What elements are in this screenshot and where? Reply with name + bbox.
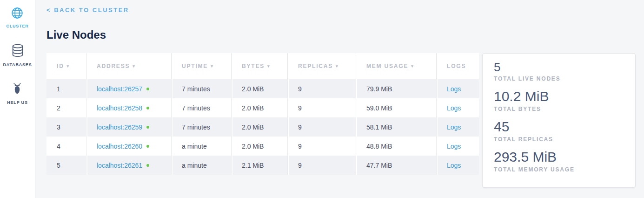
cluster-summary-card: 5 TOTAL LIVE NODES 10.2 MiB TOTAL BYTES … — [482, 53, 636, 188]
sort-arrow-icon: ▾ — [267, 64, 270, 68]
node-id-cell: 4 — [46, 137, 86, 156]
node-live-status-dot — [146, 164, 149, 167]
node-id-cell: 3 — [46, 117, 86, 137]
stat-total-memory-usage: 293.5 MiB TOTAL MEMORY USAGE — [494, 149, 624, 173]
node-address-cell: localhost:26258 — [86, 98, 171, 117]
databases-icon — [11, 44, 24, 60]
table-row: 3 localhost:26259 7 minutes 2.0 MiB 9 58… — [46, 117, 479, 137]
node-id-cell: 5 — [46, 156, 86, 175]
content-row: ID▾ ADDRESS▾ UPTIME▾ BYTES▾ REPLICAS▾ ME… — [46, 53, 636, 188]
node-replicas-cell: 9 — [287, 137, 356, 156]
column-header-logs: LOGS — [436, 53, 479, 79]
globe-icon — [11, 7, 23, 21]
node-uptime-cell: 7 minutes — [171, 79, 231, 98]
node-address-cell: localhost:26257 — [86, 79, 171, 98]
stat-label: TOTAL LIVE NODES — [494, 75, 624, 82]
stat-label: TOTAL REPLICAS — [494, 136, 624, 143]
stat-total-replicas: 45 TOTAL REPLICAS — [494, 118, 624, 143]
sidebar-item-help-us[interactable]: HELP US — [7, 82, 27, 105]
node-live-status-dot — [146, 126, 149, 129]
node-bytes-cell: 2.0 MiB — [231, 117, 287, 137]
node-bytes-cell: 2.0 MiB — [231, 79, 287, 98]
node-address-link[interactable]: localhost:26261 — [97, 162, 142, 169]
back-to-cluster-link[interactable]: < BACK TO CLUSTER — [46, 7, 129, 14]
node-id-cell: 1 — [46, 79, 86, 98]
node-logs-cell: Logs — [436, 137, 479, 156]
logs-link[interactable]: Logs — [447, 85, 461, 93]
stat-label: TOTAL BYTES — [494, 106, 624, 112]
node-logs-cell: Logs — [436, 156, 479, 175]
column-header-id[interactable]: ID▾ — [46, 53, 86, 79]
sort-arrow-icon: ▾ — [67, 64, 70, 68]
table-header: ID▾ ADDRESS▾ UPTIME▾ BYTES▾ REPLICAS▾ ME… — [46, 53, 479, 79]
sidebar-item-cluster[interactable]: CLUSTER — [6, 7, 28, 28]
node-replicas-cell: 9 — [287, 117, 356, 137]
node-address-cell: localhost:26259 — [86, 117, 171, 137]
node-id-cell: 2 — [46, 98, 86, 117]
node-address-cell: localhost:26260 — [86, 137, 171, 156]
node-replicas-cell: 9 — [287, 156, 356, 175]
node-address-link[interactable]: localhost:26259 — [97, 123, 142, 131]
node-logs-cell: Logs — [436, 117, 479, 137]
column-header-uptime[interactable]: UPTIME▾ — [171, 53, 231, 79]
logs-link[interactable]: Logs — [447, 123, 461, 131]
main-content: < BACK TO CLUSTER Live Nodes ID▾ ADDRESS… — [35, 0, 644, 198]
sidebar-item-label: DATABASES — [3, 62, 32, 67]
sidebar: CLUSTER DATABASES — [0, 0, 35, 198]
node-mem-usage-cell: 58.1 MiB — [356, 117, 436, 137]
sort-arrow-icon: ▾ — [133, 64, 135, 68]
sidebar-item-databases[interactable]: DATABASES — [3, 44, 32, 67]
node-logs-cell: Logs — [436, 98, 479, 117]
node-bytes-cell: 2.0 MiB — [231, 137, 287, 156]
stat-label: TOTAL MEMORY USAGE — [494, 166, 624, 173]
node-uptime-cell: 7 minutes — [171, 98, 231, 117]
node-address-link[interactable]: localhost:26258 — [97, 104, 142, 112]
node-bytes-cell: 2.1 MiB — [231, 156, 287, 175]
stat-value: 5 — [494, 60, 624, 75]
node-uptime-cell: a minute — [171, 156, 231, 175]
node-mem-usage-cell: 59.0 MiB — [356, 98, 436, 117]
column-header-bytes[interactable]: BYTES▾ — [231, 53, 287, 79]
node-uptime-cell: a minute — [171, 137, 231, 156]
table-row: 4 localhost:26260 a minute 2.0 MiB 9 48.… — [46, 137, 479, 156]
node-live-status-dot — [146, 145, 149, 148]
sort-arrow-icon: ▾ — [211, 64, 213, 68]
sidebar-item-label: CLUSTER — [6, 24, 28, 28]
live-nodes-table: ID▾ ADDRESS▾ UPTIME▾ BYTES▾ REPLICAS▾ ME… — [46, 53, 479, 175]
node-bytes-cell: 2.0 MiB — [231, 98, 287, 117]
stat-value: 10.2 MiB — [494, 88, 624, 105]
bug-icon — [11, 82, 23, 97]
node-uptime-cell: 7 minutes — [171, 117, 231, 137]
table-row: 5 localhost:26261 a minute 2.1 MiB 9 47.… — [46, 156, 479, 175]
node-mem-usage-cell: 48.8 MiB — [356, 137, 436, 156]
app-window: CLUSTER DATABASES — [0, 0, 644, 198]
sidebar-item-label: HELP US — [7, 100, 27, 105]
column-header-replicas[interactable]: REPLICAS▾ — [287, 53, 356, 79]
page-title: Live Nodes — [46, 28, 636, 42]
stat-value: 45 — [494, 118, 624, 135]
logs-link[interactable]: Logs — [447, 104, 461, 112]
sort-arrow-icon: ▾ — [411, 64, 414, 68]
logs-link[interactable]: Logs — [447, 143, 461, 150]
table-row: 1 localhost:26257 7 minutes 2.0 MiB 9 79… — [46, 79, 479, 98]
node-live-status-dot — [146, 88, 149, 90]
node-logs-cell: Logs — [436, 79, 479, 98]
node-live-status-dot — [146, 107, 149, 109]
node-mem-usage-cell: 47.7 MiB — [356, 156, 436, 175]
logs-link[interactable]: Logs — [447, 162, 461, 169]
node-address-link[interactable]: localhost:26257 — [97, 85, 142, 93]
stat-value: 293.5 MiB — [494, 149, 624, 165]
node-replicas-cell: 9 — [287, 98, 356, 117]
sort-arrow-icon: ▾ — [336, 64, 339, 68]
node-mem-usage-cell: 79.9 MiB — [356, 79, 436, 98]
column-header-mem-usage[interactable]: MEM USAGE▾ — [356, 53, 436, 79]
stat-total-live-nodes: 5 TOTAL LIVE NODES — [494, 60, 624, 82]
node-replicas-cell: 9 — [287, 79, 356, 98]
stat-total-bytes: 10.2 MiB TOTAL BYTES — [494, 88, 624, 112]
node-address-link[interactable]: localhost:26260 — [97, 143, 142, 150]
node-address-cell: localhost:26261 — [86, 156, 171, 175]
column-header-address[interactable]: ADDRESS▾ — [86, 53, 171, 79]
table-row: 2 localhost:26258 7 minutes 2.0 MiB 9 59… — [46, 98, 479, 117]
